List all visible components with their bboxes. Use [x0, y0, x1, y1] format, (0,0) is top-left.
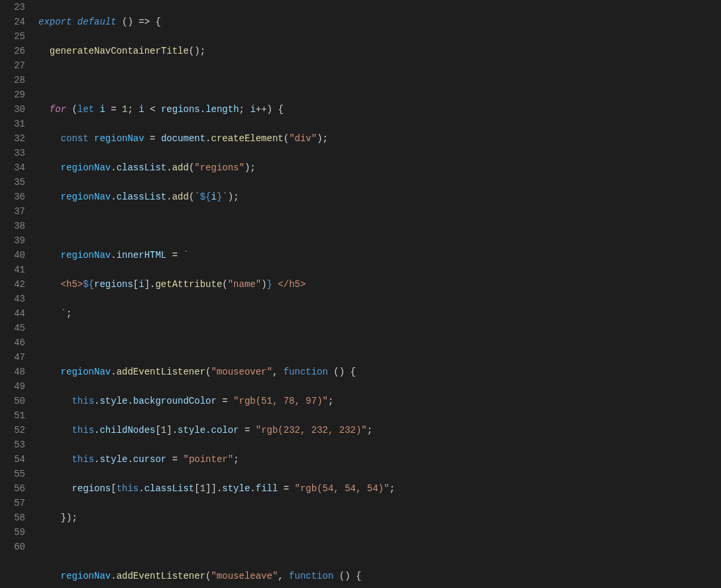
code-text: .: [111, 192, 116, 202]
line-number: 60: [0, 540, 30, 554]
code-text: );: [245, 162, 256, 173]
code-text: .: [166, 162, 172, 173]
code-text: ++: [256, 104, 267, 115]
code-text: ;: [389, 483, 394, 494]
code-content[interactable]: export default () => { generateNavContai…: [30, 0, 721, 588]
line-number: 44: [0, 306, 30, 321]
code-text: =: [166, 454, 183, 465]
line-number: 50: [0, 394, 30, 408]
prop: classList: [117, 192, 167, 202]
line-number: 47: [0, 350, 30, 365]
string: `: [183, 250, 188, 261]
prop: classList: [144, 483, 195, 494]
var: i: [139, 279, 144, 290]
fn-call: addEventListener: [117, 571, 205, 581]
var: regionNav: [61, 250, 111, 261]
prop: fill: [256, 483, 278, 494]
line-number: 28: [0, 73, 30, 88]
code-text: () {: [333, 571, 361, 581]
line-number: 58: [0, 510, 30, 525]
var: regions: [94, 279, 133, 290]
keyword: for: [50, 104, 66, 115]
code-text: ;: [128, 104, 139, 115]
code-text: [: [111, 483, 116, 494]
prop: style: [99, 396, 127, 406]
keyword: export: [38, 17, 72, 27]
code-text: =: [166, 250, 183, 261]
string: "regions": [194, 162, 245, 173]
line-number: 41: [0, 263, 30, 277]
code-text: (: [222, 279, 227, 290]
line-number: 43: [0, 292, 30, 306]
string: `: [222, 192, 227, 202]
code-text: .: [200, 104, 205, 115]
line-number: 59: [0, 525, 30, 540]
prop: color: [211, 425, 239, 436]
fn-call: addEventListener: [117, 367, 205, 377]
line-number: 30: [0, 102, 30, 117]
var: regionNav: [61, 192, 111, 202]
fn-call: add: [172, 192, 189, 202]
code-text: [: [155, 425, 160, 436]
code-text: =: [111, 104, 122, 115]
fn-call: createElement: [211, 133, 284, 144]
keyword: function: [284, 367, 328, 377]
prop: cursor: [133, 454, 166, 465]
code-text: ]: [144, 279, 150, 290]
string: `: [194, 192, 199, 202]
keyword: default: [78, 17, 117, 27]
line-number: 57: [0, 496, 30, 510]
line-number: 34: [0, 160, 30, 175]
code-text: .: [127, 396, 133, 406]
code-editor[interactable]: 2324252627282930313233343536373839404142…: [0, 0, 721, 588]
tpl-delim: ${: [200, 192, 211, 202]
keyword: this: [72, 425, 94, 436]
line-number: 25: [0, 29, 30, 44]
prop: classList: [117, 162, 167, 173]
code-text: (: [284, 133, 289, 144]
line-number: 32: [0, 131, 30, 146]
string: "rgb(232, 232, 232)": [256, 425, 367, 436]
var: regions: [161, 104, 200, 115]
code-text: ) {: [267, 104, 284, 115]
line-number: 35: [0, 175, 30, 190]
code-text: );: [317, 133, 328, 144]
code-text: ]: [166, 425, 172, 436]
code-text: ;: [367, 425, 372, 436]
line-number: 40: [0, 248, 30, 263]
line-number: 24: [0, 15, 30, 29]
var: regionNav: [61, 162, 111, 173]
prop: length: [205, 104, 239, 115]
code-text: ;: [328, 396, 333, 406]
code-text: .: [172, 425, 178, 436]
line-number: 49: [0, 379, 30, 394]
keyword: this: [117, 483, 139, 494]
code-text: .: [111, 162, 116, 173]
code-text: [89, 133, 94, 144]
prop: innerHTML: [117, 250, 167, 261]
code-text: .: [111, 367, 116, 377]
line-number: 56: [0, 481, 30, 496]
var: i: [139, 104, 150, 115]
string: "mouseleave": [211, 571, 278, 581]
code-text: [: [194, 483, 199, 494]
num: 1: [200, 483, 205, 494]
line-number: 55: [0, 467, 30, 481]
line-number: 33: [0, 146, 30, 160]
line-number-gutter: 2324252627282930313233343536373839404142…: [0, 0, 30, 588]
string: "rgb(54, 54, 54)": [295, 483, 390, 494]
code-text: });: [61, 512, 78, 523]
code-text: ]]: [205, 483, 217, 494]
line-number: 31: [0, 117, 30, 131]
line-number: 39: [0, 233, 30, 248]
string: "rgb(51, 78, 97)": [233, 396, 328, 406]
code-text: =: [217, 396, 233, 406]
line-number: 54: [0, 452, 30, 467]
line-number: 23: [0, 0, 30, 15]
line-number: 27: [0, 58, 30, 73]
num: 1: [161, 425, 166, 436]
code-text: =: [144, 133, 161, 144]
code-text: =: [239, 425, 256, 436]
prop: style: [222, 483, 250, 494]
string: "mouseover": [211, 367, 272, 377]
